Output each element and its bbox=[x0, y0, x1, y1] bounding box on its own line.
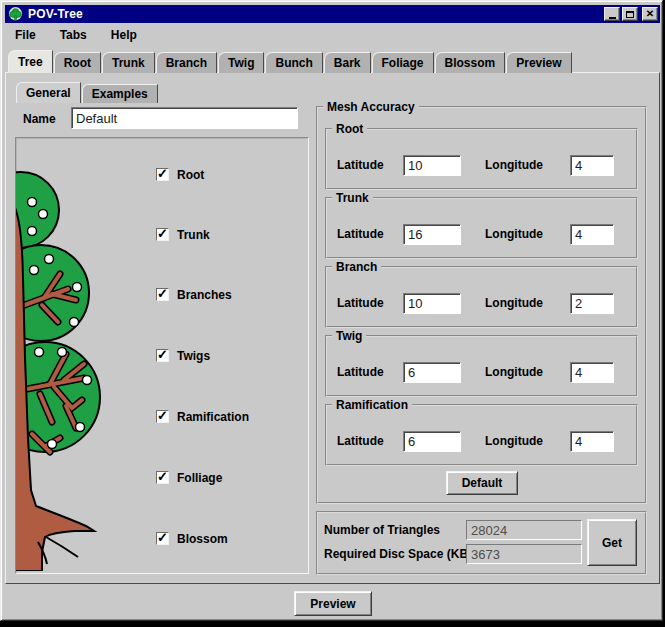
tab-tree[interactable]: Tree bbox=[8, 50, 53, 73]
checkbox-label: Blossom bbox=[177, 532, 228, 546]
title-bar[interactable]: POV-Tree ✕ bbox=[5, 5, 660, 23]
folliage-checkbox[interactable]: ✓ bbox=[156, 471, 169, 484]
mesh-group-branch: Branch Latitude Longitude bbox=[325, 266, 638, 328]
checkbox-label: Folliage bbox=[177, 471, 222, 485]
minimize-icon bbox=[609, 17, 616, 19]
checkbox-label: Root bbox=[177, 168, 204, 182]
tab-trunk[interactable]: Trunk bbox=[102, 52, 155, 73]
latitude-label: Latitude bbox=[337, 227, 384, 241]
tree-icon bbox=[8, 7, 23, 22]
longitude-label: Longitude bbox=[485, 365, 543, 379]
blossom-checkbox[interactable]: ✓ bbox=[156, 532, 169, 545]
checkbox-row-trunk: ✓ Trunk bbox=[156, 227, 210, 242]
longitude-label: Longitude bbox=[485, 296, 543, 310]
checkbox-label: Branches bbox=[177, 288, 232, 302]
latitude-label: Latitude bbox=[337, 365, 384, 379]
checkbox-row-blossom: ✓ Blossom bbox=[156, 531, 228, 546]
group-title: Mesh Accuracy bbox=[323, 100, 419, 114]
triangles-label: Number of Triangles bbox=[324, 523, 440, 537]
branches-checkbox[interactable]: ✓ bbox=[156, 288, 169, 301]
disc-space-label: Required Disc Space (KB) bbox=[324, 547, 472, 561]
default-button[interactable]: Default bbox=[446, 471, 518, 495]
trunk-latitude-input[interactable] bbox=[403, 224, 461, 245]
tab-twig[interactable]: Twig bbox=[218, 52, 264, 73]
mesh-group-twig: Twig Latitude Longitude bbox=[325, 335, 638, 397]
mesh-group-trunk: Trunk Latitude Longitude bbox=[325, 197, 638, 259]
get-button[interactable]: Get bbox=[587, 519, 637, 566]
disc-space-value-field bbox=[466, 544, 582, 564]
group-title: Ramification bbox=[332, 398, 412, 412]
twigs-checkbox[interactable]: ✓ bbox=[156, 349, 169, 362]
group-title: Root bbox=[332, 122, 367, 136]
twig-longitude-input[interactable] bbox=[570, 362, 614, 383]
longitude-label: Longitude bbox=[485, 434, 543, 448]
menu-bar: File Tabs Help bbox=[7, 25, 153, 45]
maximize-button[interactable] bbox=[622, 7, 638, 21]
checkmark-icon: ✓ bbox=[157, 166, 168, 181]
root-longitude-input[interactable] bbox=[570, 155, 614, 176]
minimize-button[interactable] bbox=[604, 7, 620, 21]
checkmark-icon: ✓ bbox=[157, 226, 168, 241]
name-label: Name bbox=[23, 112, 56, 126]
root-latitude-input[interactable] bbox=[403, 155, 461, 176]
window-controls: ✕ bbox=[602, 7, 658, 21]
close-icon: ✕ bbox=[646, 9, 654, 19]
tab-blossom[interactable]: Blossom bbox=[435, 52, 506, 73]
ramification-latitude-input[interactable] bbox=[403, 431, 461, 452]
mesh-accuracy-group: Mesh Accuracy Root Latitude Longitude Tr… bbox=[316, 106, 647, 504]
ramification-longitude-input[interactable] bbox=[570, 431, 614, 452]
branch-latitude-input[interactable] bbox=[403, 293, 461, 314]
checkbox-row-twigs: ✓ Twigs bbox=[156, 348, 210, 363]
branch-longitude-input[interactable] bbox=[570, 293, 614, 314]
checkmark-icon: ✓ bbox=[157, 286, 168, 301]
checkbox-label: Trunk bbox=[177, 228, 210, 242]
menu-help[interactable]: Help bbox=[103, 26, 145, 44]
checkbox-row-root: ✓ Root bbox=[156, 167, 204, 182]
longitude-label: Longitude bbox=[485, 227, 543, 241]
tree-tab-panel: General Examples Name bbox=[5, 72, 660, 584]
menu-file[interactable]: File bbox=[7, 26, 44, 44]
tree-illustration bbox=[16, 138, 148, 571]
tab-bunch[interactable]: Bunch bbox=[265, 52, 322, 73]
checkbox-row-ramification: ✓ Ramification bbox=[156, 409, 249, 424]
sub-tab-bar: General Examples bbox=[16, 82, 159, 103]
checkbox-row-branches: ✓ Branches bbox=[156, 287, 232, 302]
menu-tabs[interactable]: Tabs bbox=[52, 26, 95, 44]
trunk-checkbox[interactable]: ✓ bbox=[156, 228, 169, 241]
triangles-value-field bbox=[466, 520, 582, 540]
subtab-examples[interactable]: Examples bbox=[82, 84, 158, 103]
twig-latitude-input[interactable] bbox=[403, 362, 461, 383]
checkbox-row-folliage: ✓ Folliage bbox=[156, 470, 222, 485]
latitude-label: Latitude bbox=[337, 434, 384, 448]
mesh-group-ramification: Ramification Latitude Longitude bbox=[325, 404, 638, 466]
longitude-label: Longitude bbox=[485, 158, 543, 172]
checkmark-icon: ✓ bbox=[157, 530, 168, 545]
latitude-label: Latitude bbox=[337, 158, 384, 172]
main-tab-bar: Tree Root Trunk Branch Twig Bunch Bark F… bbox=[8, 50, 573, 73]
group-title: Trunk bbox=[332, 191, 373, 205]
group-title: Branch bbox=[332, 260, 381, 274]
tab-preview[interactable]: Preview bbox=[506, 52, 571, 73]
maximize-icon bbox=[626, 11, 634, 18]
ramification-checkbox[interactable]: ✓ bbox=[156, 410, 169, 423]
trunk-longitude-input[interactable] bbox=[570, 224, 614, 245]
checkmark-icon: ✓ bbox=[157, 469, 168, 484]
pov-tree-window: POV-Tree ✕ File Tabs Help Tree Root Trun… bbox=[0, 0, 663, 621]
checkmark-icon: ✓ bbox=[157, 347, 168, 362]
desktop: POV-Tree ✕ File Tabs Help Tree Root Trun… bbox=[0, 0, 665, 627]
close-button[interactable]: ✕ bbox=[642, 7, 658, 21]
window-title: POV-Tree bbox=[28, 7, 83, 21]
tab-root[interactable]: Root bbox=[54, 52, 101, 73]
subtab-general[interactable]: General bbox=[16, 82, 81, 103]
preview-button[interactable]: Preview bbox=[294, 591, 372, 616]
tree-components-panel: ✓ Root ✓ Trunk ✓ Branches ✓ Twigs ✓ Ra bbox=[15, 137, 309, 574]
checkbox-label: Ramification bbox=[177, 410, 249, 424]
name-input[interactable] bbox=[71, 107, 298, 129]
root-checkbox[interactable]: ✓ bbox=[156, 168, 169, 181]
checkmark-icon: ✓ bbox=[157, 408, 168, 423]
tab-branch[interactable]: Branch bbox=[156, 52, 217, 73]
tab-foliage[interactable]: Foliage bbox=[372, 52, 434, 73]
group-title: Twig bbox=[332, 329, 366, 343]
mesh-group-root: Root Latitude Longitude bbox=[325, 128, 638, 190]
tab-bark[interactable]: Bark bbox=[324, 52, 371, 73]
